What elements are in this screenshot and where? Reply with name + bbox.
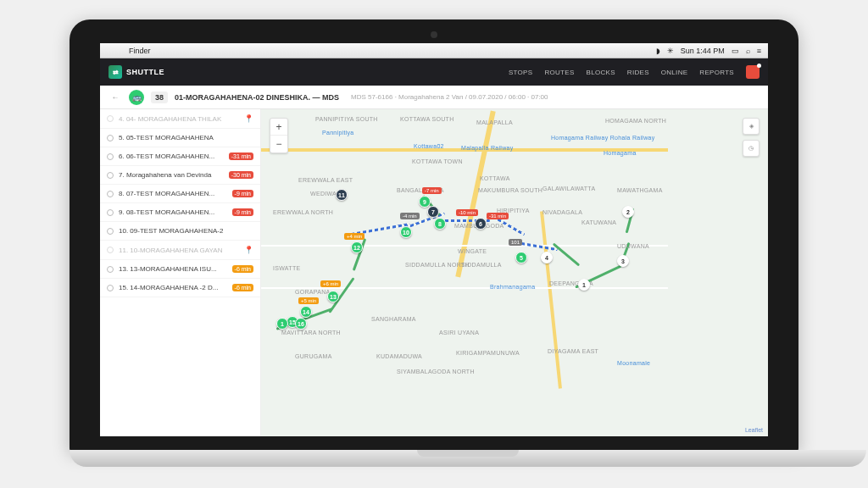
nav-blocks[interactable]: BLOCKS bbox=[587, 69, 615, 76]
map-stop-marker[interactable]: 2 bbox=[622, 206, 634, 218]
stop-row[interactable]: 10. 09-TEST MORAGAHAHENA-2 bbox=[100, 222, 260, 241]
notifications-icon[interactable] bbox=[746, 65, 760, 79]
map-stop-marker[interactable]: 16 bbox=[295, 318, 307, 330]
map-place-label: ASIRI UYANA bbox=[439, 330, 479, 336]
map-delay-tag: 101 bbox=[509, 239, 522, 246]
stop-row[interactable]: 11. 10-MORAGAHAHENA GAYAN📍 bbox=[100, 241, 260, 260]
map-stop-marker[interactable]: 8 bbox=[434, 218, 446, 230]
app-header: ⇄ SHUTTLE STOPS ROUTES BLOCKS RIDES ONLI… bbox=[100, 58, 768, 86]
stop-label: 10. 09-TEST MORAGAHAHENA-2 bbox=[119, 227, 253, 235]
map-stop-marker[interactable]: 7 bbox=[427, 206, 439, 218]
brand-name: SHUTTLE bbox=[126, 68, 164, 76]
map-place-label: NIVADAGALA bbox=[542, 209, 582, 215]
map-place-label: KIRIGAMPAMUNUWA bbox=[456, 350, 520, 356]
map-place-label: HOMAGAMA NORTH bbox=[605, 118, 666, 124]
nav-stops[interactable]: STOPS bbox=[509, 69, 532, 76]
map-place-label: KUDAMADUWA bbox=[376, 353, 422, 359]
stop-dot-icon bbox=[107, 209, 114, 216]
stop-label: 11. 10-MORAGAHAHENA GAYAN bbox=[119, 247, 239, 254]
map-place-label: KOTTAWA TOWN bbox=[412, 158, 463, 164]
delay-badge: -6 min bbox=[232, 284, 253, 291]
map-place-label: SIDDAMULLA bbox=[461, 262, 502, 268]
map-place-label: Brahmanagama bbox=[490, 284, 535, 290]
map-delay-tag: +6 min bbox=[320, 280, 341, 287]
stop-label: 9. 08-TEST MORAGAHAHEN... bbox=[119, 208, 227, 216]
nav-rides[interactable]: RIDES bbox=[627, 69, 649, 76]
stop-label: 8. 07-TEST MORAGAHAHEN... bbox=[119, 190, 227, 197]
bus-icon: 🚌 bbox=[129, 90, 144, 105]
map-road bbox=[540, 211, 562, 388]
stop-dot-icon bbox=[107, 266, 114, 273]
map-place-label: GORAPANA bbox=[295, 289, 331, 295]
route-header: ← 🚌 38 01-MORAGAHAHENA-02 DINESHIKA. — M… bbox=[100, 86, 768, 109]
map-stop-marker[interactable]: 6 bbox=[475, 218, 487, 230]
map-place-label: EREWWALA EAST bbox=[298, 177, 353, 183]
zoom-out-button[interactable]: − bbox=[270, 136, 287, 152]
zoom-in-button[interactable]: + bbox=[270, 119, 287, 136]
map-delay-tag: -10 min bbox=[456, 209, 478, 216]
stop-row[interactable]: 5. 05-TEST MORAGAHAHENA bbox=[100, 129, 260, 147]
stop-row[interactable]: 13. 13-MORAGAHAHENA ISU...-6 min bbox=[100, 260, 260, 279]
map-place-label: KATUWANA bbox=[581, 219, 616, 225]
map-stop-marker[interactable]: 5 bbox=[515, 252, 527, 263]
map-delay-tag: +4 min bbox=[344, 233, 364, 240]
logo[interactable]: ⇄ SHUTTLE bbox=[108, 65, 164, 79]
stop-row[interactable]: 9. 08-TEST MORAGAHAHEN...-9 min bbox=[100, 203, 260, 222]
pin-icon: 📍 bbox=[244, 246, 253, 254]
delay-badge: -6 min bbox=[232, 265, 253, 273]
time-button[interactable]: ◷ bbox=[743, 140, 760, 157]
map-stop-marker[interactable]: 14 bbox=[300, 306, 312, 318]
bluetooth-icon[interactable]: ✳ bbox=[667, 47, 674, 55]
stop-row[interactable]: 15. 14-MORAGAHAHENA -2 D...-6 min bbox=[100, 279, 260, 297]
clock-text[interactable]: Sun 1:44 PM bbox=[681, 47, 725, 55]
battery-icon[interactable]: ▭ bbox=[732, 47, 739, 55]
map-place-label: MAVITTARA NORTH bbox=[281, 330, 341, 336]
map-place-label: PANNIPITIYA SOUTH bbox=[315, 116, 378, 122]
stop-label: 6. 06-TEST MORAGAHAHEN... bbox=[119, 152, 224, 160]
stop-dot-icon bbox=[107, 285, 114, 291]
nav-online[interactable]: ONLINE bbox=[661, 69, 688, 76]
nav-reports[interactable]: REPORTS bbox=[699, 69, 734, 76]
map-stop-marker[interactable]: 12 bbox=[351, 241, 363, 253]
macos-app-name[interactable]: Finder bbox=[129, 47, 151, 55]
map-stop-marker[interactable]: 4 bbox=[541, 252, 553, 263]
map-place-label: GALAWILAWATTA bbox=[542, 186, 595, 191]
stop-label: 4. 04- MORAGAHAHENA THILAK bbox=[119, 115, 239, 123]
stop-row[interactable]: 4. 04- MORAGAHAHENA THILAK📍 bbox=[100, 109, 260, 129]
map-place-label: Homagama Railway Rohala Railway bbox=[551, 135, 655, 141]
stops-sidebar[interactable]: 4. 04- MORAGAHAHENA THILAK📍5. 05-TEST MO… bbox=[100, 109, 261, 436]
stop-dot-icon bbox=[107, 247, 114, 253]
search-icon[interactable]: ⌕ bbox=[746, 47, 750, 55]
stop-row[interactable]: 7. Moragahahena van Devinda-30 min bbox=[100, 166, 260, 185]
map-stop-marker[interactable]: 9 bbox=[419, 196, 431, 208]
map-canvas[interactable]: + − ◈ ◷ Leaflet PANNIPITIYA SOUTHPannipi… bbox=[261, 109, 768, 436]
map-stop-marker[interactable]: 11 bbox=[336, 189, 348, 201]
layers-button[interactable]: ◈ bbox=[743, 118, 760, 135]
delay-badge: -30 min bbox=[229, 171, 253, 179]
map-stop-marker[interactable]: 1 bbox=[578, 279, 590, 291]
stop-dot-icon bbox=[107, 115, 114, 122]
map-place-label: KOTTAWA bbox=[480, 175, 510, 181]
map-place-label: Pannipitiya bbox=[322, 130, 354, 136]
stop-dot-icon bbox=[107, 135, 114, 141]
stop-row[interactable]: 8. 07-TEST MORAGAHAHEN...-9 min bbox=[100, 185, 260, 203]
stop-row[interactable]: 6. 06-TEST MORAGAHAHEN...-31 min bbox=[100, 147, 260, 166]
map-place-label: MALAPALLA bbox=[476, 119, 513, 125]
menu-icon[interactable]: ≡ bbox=[757, 47, 761, 55]
wifi-icon[interactable]: ◗ bbox=[656, 47, 660, 55]
back-button[interactable]: ← bbox=[108, 91, 122, 104]
delay-badge: -9 min bbox=[232, 208, 253, 216]
map-place-label: SANGHARAMA bbox=[371, 316, 416, 322]
map-place-label: WINGATE bbox=[458, 248, 487, 254]
map-attribution[interactable]: Leaflet bbox=[745, 427, 763, 433]
map-delay-tag: -4 min bbox=[400, 213, 420, 219]
stop-label: 15. 14-MORAGAHAHENA -2 D... bbox=[119, 284, 227, 291]
map-stop-marker[interactable]: 3 bbox=[617, 255, 629, 267]
map-place-label: MAWATHGAMA bbox=[617, 187, 663, 193]
map-stop-marker[interactable]: 1 bbox=[276, 318, 288, 330]
map-stop-marker[interactable]: 10 bbox=[400, 226, 412, 238]
map-stop-marker[interactable]: 13 bbox=[327, 291, 339, 302]
stop-label: 7. Moragahahena van Devinda bbox=[119, 171, 224, 179]
delay-badge: -31 min bbox=[229, 152, 253, 160]
nav-routes[interactable]: ROUTES bbox=[544, 69, 574, 76]
